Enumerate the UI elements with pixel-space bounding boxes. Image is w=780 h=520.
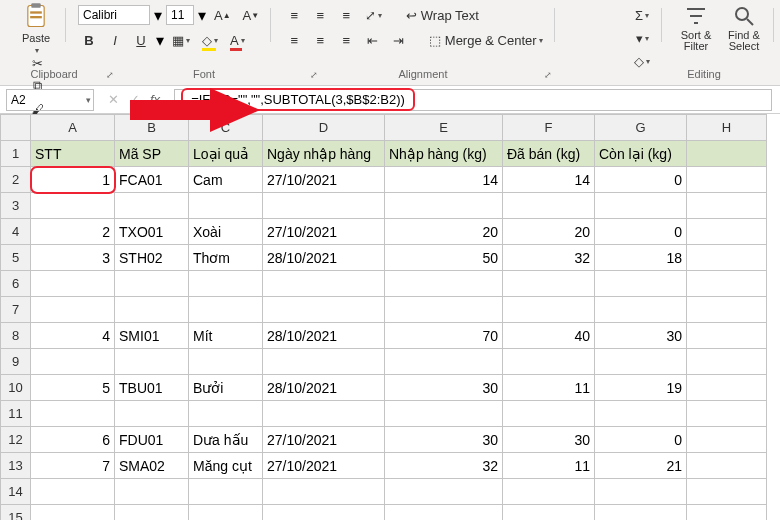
cell-H4[interactable] [687,219,767,245]
cell-H10[interactable] [687,375,767,401]
cell-C6[interactable] [189,271,263,297]
cell-H2[interactable] [687,167,767,193]
cell-G2[interactable]: 0 [595,167,687,193]
chevron-down-icon[interactable]: ▾ [154,6,162,25]
increase-font-button[interactable]: A▲ [210,4,235,26]
cell-A14[interactable] [31,479,115,505]
cell-A2[interactable]: 1 [31,167,115,193]
cell-G10[interactable]: 19 [595,375,687,401]
cell-B8[interactable]: SMI01 [115,323,189,349]
cell-G6[interactable] [595,271,687,297]
row-header-6[interactable]: 6 [1,271,31,297]
cell-F14[interactable] [503,479,595,505]
cell-B5[interactable]: STH02 [115,245,189,271]
cell-H8[interactable] [687,323,767,349]
cell-A1[interactable]: STT [31,141,115,167]
cell-B15[interactable] [115,505,189,521]
cell-C9[interactable] [189,349,263,375]
cell-D10[interactable]: 28/10/2021 [263,375,385,401]
cell-G11[interactable] [595,401,687,427]
increase-indent-button[interactable]: ⇥ [387,29,409,51]
cell-E12[interactable]: 30 [385,427,503,453]
col-header-G[interactable]: G [595,115,687,141]
fill-button[interactable]: ▾▾ [631,27,653,49]
col-header-C[interactable]: C [189,115,263,141]
cell-F2[interactable]: 14 [503,167,595,193]
cell-A15[interactable] [31,505,115,521]
cell-D1[interactable]: Ngày nhập hàng [263,141,385,167]
row-header-10[interactable]: 10 [1,375,31,401]
select-all-corner[interactable] [1,115,31,141]
chevron-down-icon[interactable]: ▾ [86,95,91,105]
cell-E4[interactable]: 20 [385,219,503,245]
cell-C2[interactable]: Cam [189,167,263,193]
cell-C15[interactable] [189,505,263,521]
row-header-12[interactable]: 12 [1,427,31,453]
cell-B2[interactable]: FCA01 [115,167,189,193]
cell-G1[interactable]: Còn lại (kg) [595,141,687,167]
cell-F5[interactable]: 32 [503,245,595,271]
align-top-button[interactable]: ≡ [283,4,305,26]
cell-A11[interactable] [31,401,115,427]
cell-D2[interactable]: 27/10/2021 [263,167,385,193]
cell-D15[interactable] [263,505,385,521]
font-size-combo[interactable] [166,5,194,25]
cancel-formula-button[interactable]: ✕ [108,92,119,107]
cell-A9[interactable] [31,349,115,375]
cell-C8[interactable]: Mít [189,323,263,349]
cell-F9[interactable] [503,349,595,375]
row-header-2[interactable]: 2 [1,167,31,193]
cell-E1[interactable]: Nhập hàng (kg) [385,141,503,167]
cell-G14[interactable] [595,479,687,505]
cell-C3[interactable] [189,193,263,219]
cell-B9[interactable] [115,349,189,375]
cell-H11[interactable] [687,401,767,427]
cell-B4[interactable]: TXO01 [115,219,189,245]
font-color-button[interactable]: A▾ [226,29,249,51]
cell-B6[interactable] [115,271,189,297]
cell-E15[interactable] [385,505,503,521]
cell-D4[interactable]: 27/10/2021 [263,219,385,245]
col-header-H[interactable]: H [687,115,767,141]
cell-E13[interactable]: 32 [385,453,503,479]
cell-A6[interactable] [31,271,115,297]
row-header-3[interactable]: 3 [1,193,31,219]
cell-G3[interactable] [595,193,687,219]
cell-F8[interactable]: 40 [503,323,595,349]
cell-B3[interactable] [115,193,189,219]
cell-F13[interactable]: 11 [503,453,595,479]
cell-D9[interactable] [263,349,385,375]
col-header-F[interactable]: F [503,115,595,141]
col-header-A[interactable]: A [31,115,115,141]
cell-D7[interactable] [263,297,385,323]
align-bottom-button[interactable]: ≡ [335,4,357,26]
row-header-1[interactable]: 1 [1,141,31,167]
cell-A10[interactable]: 5 [31,375,115,401]
cell-A7[interactable] [31,297,115,323]
decrease-indent-button[interactable]: ⇤ [361,29,383,51]
row-header-15[interactable]: 15 [1,505,31,521]
cell-G8[interactable]: 30 [595,323,687,349]
chevron-down-icon[interactable]: ▾ [156,31,164,50]
cell-E7[interactable] [385,297,503,323]
enter-formula-button[interactable]: ✓ [129,92,140,107]
cell-F3[interactable] [503,193,595,219]
bold-button[interactable]: B [78,29,100,51]
cell-B7[interactable] [115,297,189,323]
cell-E9[interactable] [385,349,503,375]
cell-D3[interactable] [263,193,385,219]
cell-G12[interactable]: 0 [595,427,687,453]
col-header-D[interactable]: D [263,115,385,141]
cell-D5[interactable]: 28/10/2021 [263,245,385,271]
cell-C10[interactable]: Bưởi [189,375,263,401]
cell-B11[interactable] [115,401,189,427]
cell-F10[interactable]: 11 [503,375,595,401]
cell-D12[interactable]: 27/10/2021 [263,427,385,453]
cell-B14[interactable] [115,479,189,505]
cell-E11[interactable] [385,401,503,427]
wrap-text-button[interactable]: ↩ Wrap Text [402,4,483,26]
cell-D8[interactable]: 28/10/2021 [263,323,385,349]
cell-F11[interactable] [503,401,595,427]
font-size-input[interactable] [166,5,194,25]
cell-F15[interactable] [503,505,595,521]
